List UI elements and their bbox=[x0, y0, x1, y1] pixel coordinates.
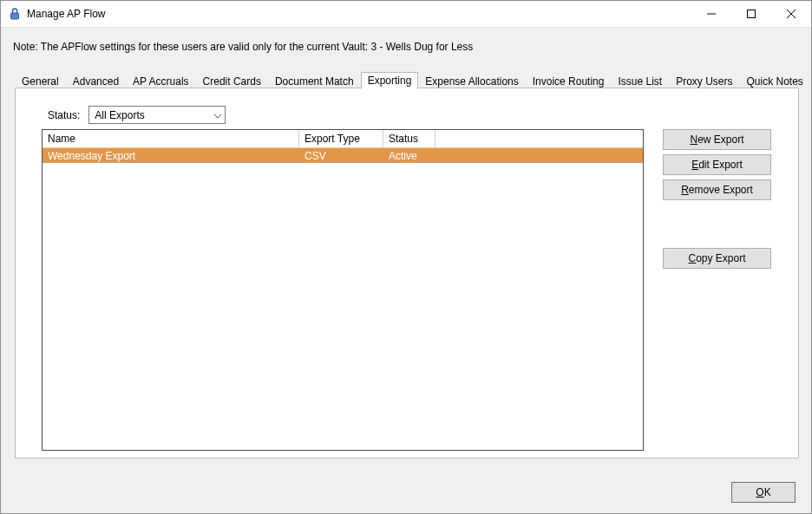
maximize-button[interactable] bbox=[731, 1, 771, 27]
status-filter-row: Status: All Exports bbox=[48, 106, 226, 124]
col-spacer bbox=[435, 130, 643, 147]
window-controls bbox=[691, 1, 811, 27]
window-title: Manage AP Flow bbox=[27, 8, 691, 20]
minimize-button[interactable] bbox=[691, 1, 731, 27]
tab-exporting[interactable]: Exporting bbox=[361, 72, 419, 89]
cell-status: Active bbox=[383, 150, 435, 162]
status-label: Status: bbox=[48, 109, 80, 121]
exports-table[interactable]: Name Export Type Status Wednesday Export… bbox=[42, 129, 644, 451]
cell-export-type: CSV bbox=[299, 150, 383, 162]
cell-name: Wednesday Export bbox=[43, 150, 299, 162]
new-export-button[interactable]: New Export bbox=[663, 129, 771, 150]
note-text: Note: The APFlow settings for these user… bbox=[13, 41, 473, 53]
copy-export-button[interactable]: Copy Export bbox=[663, 248, 771, 269]
table-row[interactable]: Wednesday Export CSV Active bbox=[43, 148, 643, 163]
svg-rect-2 bbox=[748, 10, 756, 18]
col-name[interactable]: Name bbox=[43, 130, 299, 147]
client-area: Note: The APFlow settings for these user… bbox=[1, 28, 811, 513]
remove-export-button[interactable]: Remove Export bbox=[663, 179, 771, 200]
lock-icon bbox=[8, 7, 22, 21]
svg-rect-0 bbox=[11, 13, 19, 19]
tabpanel-exporting: Status: All Exports Name Export Type Sta… bbox=[15, 88, 799, 459]
col-status[interactable]: Status bbox=[383, 130, 435, 147]
edit-export-button[interactable]: Edit Export bbox=[663, 154, 771, 175]
status-combobox-value: All Exports bbox=[95, 109, 144, 121]
close-button[interactable] bbox=[771, 1, 811, 27]
chevron-down-icon bbox=[214, 109, 221, 121]
table-header: Name Export Type Status bbox=[43, 130, 643, 148]
right-button-column: New Export Edit Export Remove Export Cop… bbox=[663, 129, 771, 273]
col-export-type[interactable]: Export Type bbox=[299, 130, 383, 147]
titlebar: Manage AP Flow bbox=[1, 1, 811, 28]
ok-button[interactable]: OK bbox=[731, 482, 796, 503]
status-combobox[interactable]: All Exports bbox=[88, 106, 226, 124]
tabstrip: General Advanced AP Accruals Credit Card… bbox=[15, 71, 799, 88]
